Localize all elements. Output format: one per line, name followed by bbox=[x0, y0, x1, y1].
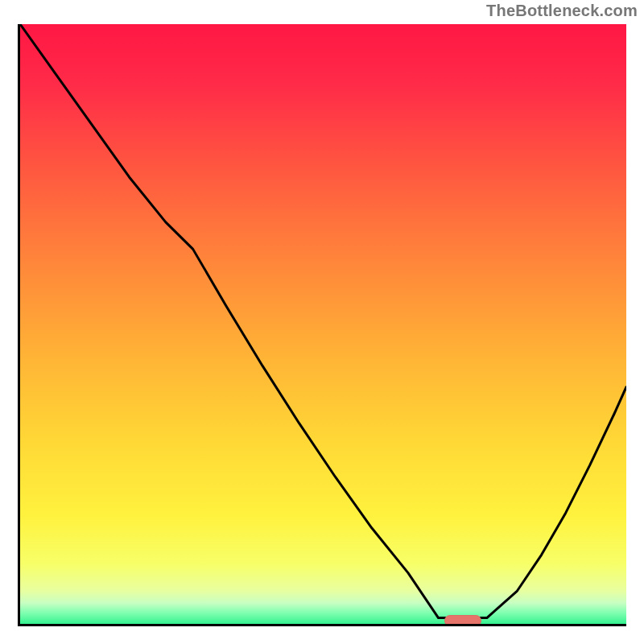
chart-container: TheBottleneck.com bbox=[0, 0, 644, 644]
attribution-text: TheBottleneck.com bbox=[486, 2, 638, 20]
curve-svg bbox=[20, 24, 626, 624]
optimal-marker-pill bbox=[444, 615, 481, 626]
plot-area bbox=[18, 24, 626, 626]
bottleneck-curve-path bbox=[20, 24, 626, 618]
